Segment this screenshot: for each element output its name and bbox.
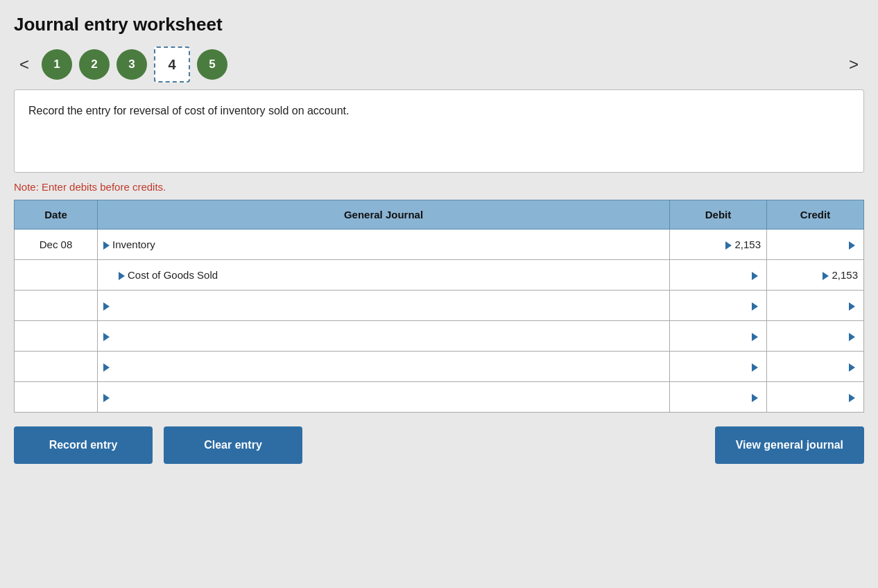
credit-indicator-icon [849,241,855,250]
row-indicator-icon [103,302,110,311]
cell-credit[interactable] [767,352,864,382]
row-indicator-icon [103,363,110,372]
step-navigation: < 1 2 3 4 5 > [14,46,864,83]
debit-indicator-icon [752,333,758,341]
header-date: Date [15,200,98,230]
note-text: Note: Enter debits before credits. [14,181,864,193]
cell-credit[interactable]: 2,153 [767,260,864,291]
button-row: Record entry Clear entry View general jo… [14,426,864,464]
step-5[interactable]: 5 [197,49,227,80]
cell-credit[interactable] [767,382,864,413]
header-debit: Debit [670,200,767,230]
page-title: Journal entry worksheet [14,14,864,35]
table-row[interactable] [15,382,864,413]
prev-arrow[interactable]: < [14,52,35,77]
table-row[interactable] [15,291,864,321]
cell-credit[interactable] [767,321,864,352]
header-journal: General Journal [98,200,670,230]
debit-indicator-icon [752,302,758,311]
step-4-active[interactable]: 4 [154,46,190,83]
cell-date[interactable] [15,382,98,413]
cell-journal[interactable]: Cost of Goods Sold [98,260,670,291]
cell-debit[interactable] [670,260,767,291]
cell-journal[interactable] [98,352,670,382]
record-entry-button[interactable]: Record entry [14,426,153,464]
debit-indicator-icon [752,363,758,372]
cell-journal[interactable] [98,291,670,321]
cell-journal[interactable] [98,382,670,413]
credit-indicator-icon [849,333,855,341]
credit-indicator-icon [849,394,855,402]
step-1[interactable]: 1 [42,49,72,80]
table-row[interactable] [15,352,864,382]
cell-journal[interactable] [98,321,670,352]
cell-date[interactable] [15,260,98,291]
view-general-journal-button[interactable]: View general journal [715,426,864,464]
journal-table: Date General Journal Debit Credit Dec 08… [14,200,864,413]
clear-entry-button[interactable]: Clear entry [164,426,302,464]
cell-date[interactable] [15,352,98,382]
credit-indicator-icon [849,302,855,311]
credit-indicator-icon [823,272,829,280]
cell-journal[interactable]: Inventory [98,230,670,260]
row-indicator-icon [103,241,110,250]
cell-debit[interactable] [670,352,767,382]
step-3[interactable]: 3 [117,49,147,80]
cell-credit[interactable] [767,230,864,260]
credit-indicator-icon [849,363,855,372]
table-row[interactable]: Cost of Goods Sold2,153 [15,260,864,291]
cell-debit[interactable]: 2,153 [670,230,767,260]
table-row[interactable] [15,321,864,352]
debit-indicator-icon [752,394,758,402]
debit-indicator-icon [725,241,732,250]
cell-date[interactable]: Dec 08 [15,230,98,260]
row-indicator-icon [119,272,125,280]
cell-credit[interactable] [767,291,864,321]
row-indicator-icon [103,333,110,341]
description-box: Record the entry for reversal of cost of… [14,89,864,173]
debit-indicator-icon [752,272,758,280]
row-indicator-icon [103,394,110,402]
header-credit: Credit [767,200,864,230]
cell-debit[interactable] [670,291,767,321]
cell-date[interactable] [15,291,98,321]
cell-debit[interactable] [670,382,767,413]
next-arrow[interactable]: > [843,52,864,77]
step-2[interactable]: 2 [79,49,110,80]
description-text: Record the entry for reversal of cost of… [28,105,349,116]
table-row[interactable]: Dec 08Inventory2,153 [15,230,864,260]
cell-debit[interactable] [670,321,767,352]
cell-date[interactable] [15,321,98,352]
